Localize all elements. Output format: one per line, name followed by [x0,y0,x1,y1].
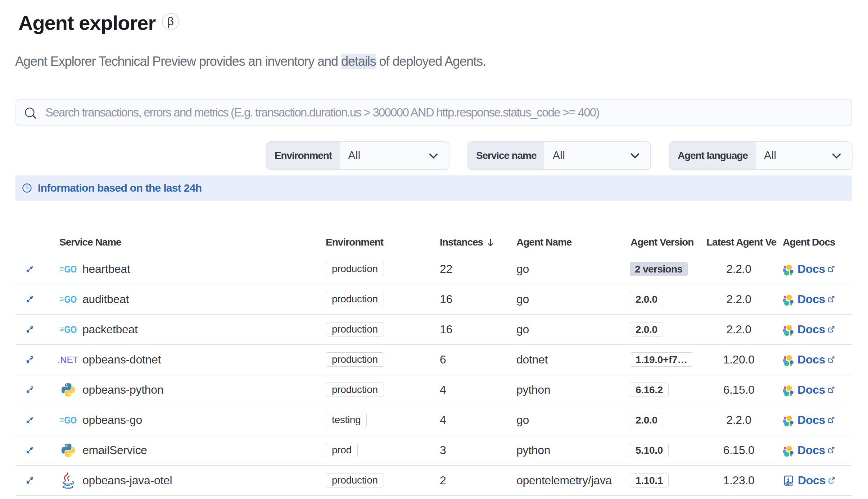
svg-text:GO: GO [64,324,77,335]
svg-text:GO: GO [64,294,77,305]
svg-text:GO: GO [64,264,77,274]
svg-text:GO: GO [64,415,77,425]
